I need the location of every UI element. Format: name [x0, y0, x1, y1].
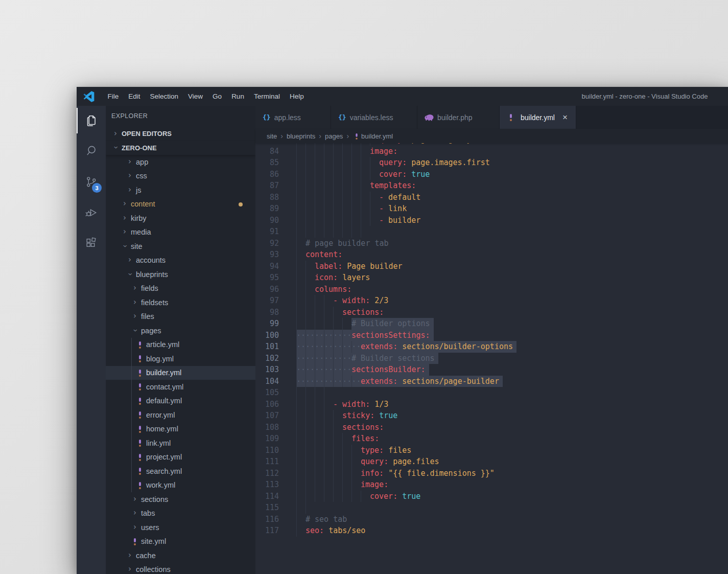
tree-item-work.yml[interactable]: work.yml: [106, 478, 255, 493]
code-line-108[interactable]: 108sections:: [255, 422, 728, 433]
tree-item-cache[interactable]: cache: [106, 548, 255, 563]
code-line-94[interactable]: 94label: Page builder: [255, 261, 728, 272]
tree-item-js[interactable]: js: [106, 183, 255, 197]
breadcrumb-item-pages[interactable]: pages: [325, 132, 343, 140]
menu-terminal[interactable]: Terminal: [249, 87, 285, 106]
code-line-114[interactable]: 114cover: true: [255, 491, 728, 502]
breadcrumb-item-builder.yml[interactable]: builder.yml: [361, 132, 393, 140]
breadcrumb-item-blueprints[interactable]: blueprints: [287, 132, 315, 140]
code-line-101[interactable]: 101··············extends: sections/build…: [255, 341, 728, 353]
code-line-115[interactable]: 115: [255, 502, 728, 514]
breadcrumb-item-site[interactable]: site: [267, 132, 277, 140]
code-line-107[interactable]: 107sticky: true: [255, 410, 728, 422]
tree-item-files[interactable]: files: [106, 310, 255, 324]
tree-item-accounts[interactable]: accounts: [106, 254, 255, 268]
tree-item-error.yml[interactable]: error.yml: [106, 408, 255, 422]
code-line-99[interactable]: 99# Builder options: [255, 318, 728, 330]
menu-run[interactable]: Run: [227, 87, 249, 106]
indent-guide: [306, 387, 306, 399]
code-line-116[interactable]: 116# seo tab: [255, 514, 728, 525]
menu-help[interactable]: Help: [285, 87, 309, 106]
tree-item-search.yml[interactable]: search.yml: [106, 464, 255, 478]
code-line-97[interactable]: 97- width: 2/3: [255, 295, 728, 307]
tree-item-label: fields: [141, 284, 158, 292]
code-line-112[interactable]: 112info: "{{ file.dimensions }}": [255, 468, 728, 479]
chevron-right-icon: [131, 509, 139, 517]
activity-run-and-debug[interactable]: [77, 197, 106, 227]
tree-item-article.yml[interactable]: article.yml: [106, 338, 255, 352]
code-line-93[interactable]: 93content:: [255, 249, 728, 261]
code-line-92[interactable]: 92# page builder tab: [255, 238, 728, 249]
code-line-117[interactable]: 117seo: tabs/seo: [255, 525, 728, 537]
code-line-90[interactable]: 90- builder: [255, 215, 728, 226]
tree-item-default.yml[interactable]: default.yml: [106, 394, 255, 408]
activity-source-control[interactable]: 3: [77, 166, 106, 197]
tree-item-contact.yml[interactable]: contact.yml: [106, 380, 255, 394]
tree-item-fieldsets[interactable]: fieldsets: [106, 295, 255, 310]
tree-item-tabs[interactable]: tabs: [106, 507, 255, 521]
code-line-113[interactable]: 113image:: [255, 479, 728, 491]
menu-view[interactable]: View: [183, 87, 208, 106]
activity-explorer[interactable]: [77, 106, 106, 135]
tree-item-users[interactable]: users: [106, 520, 255, 535]
tab-builder.php[interactable]: builder.php: [417, 106, 500, 129]
code-line-87[interactable]: 87templates:: [255, 180, 728, 192]
tree-item-collections[interactable]: collections: [106, 563, 255, 574]
code-line-96[interactable]: 96columns:: [255, 284, 728, 295]
menu-file[interactable]: File: [103, 87, 124, 106]
open-editors-section[interactable]: OPEN EDITORS: [106, 127, 255, 141]
tree-item-blueprints[interactable]: blueprints: [106, 267, 255, 282]
line-number: 94: [255, 261, 279, 272]
tree-item-media[interactable]: media: [106, 225, 255, 240]
code-line-102[interactable]: 102············# Builder sections: [255, 353, 728, 364]
tree-item-project.yml[interactable]: project.yml: [106, 450, 255, 465]
tab-builder.yml[interactable]: builder.yml×: [500, 106, 576, 129]
code-text: templates:: [370, 180, 416, 192]
workspace-root-section[interactable]: ZERO-ONE: [106, 141, 255, 155]
indent-guide: [315, 203, 315, 215]
code-line-98[interactable]: 98sections:: [255, 307, 728, 318]
tab-variables.less[interactable]: {}variables.less: [331, 106, 417, 129]
tree-item-site[interactable]: site: [106, 239, 255, 254]
indent-guide: [296, 387, 297, 399]
tree-item-app[interactable]: app: [106, 155, 255, 169]
tree-item-content[interactable]: content: [106, 197, 255, 212]
activity-extensions[interactable]: [77, 227, 106, 258]
code-line-95[interactable]: 95icon: layers: [255, 272, 728, 284]
tab-app.less[interactable]: {}app.less: [255, 106, 331, 129]
code-line-105[interactable]: 105: [255, 387, 728, 399]
tree-item-site.yml[interactable]: site.yml: [106, 535, 255, 549]
menu-go[interactable]: Go: [208, 87, 227, 106]
tree-item-pages[interactable]: pages: [106, 324, 255, 338]
code-line-103[interactable]: 103············sectionsBuilder:: [255, 364, 728, 376]
indent-guide: [324, 157, 324, 169]
code-line-89[interactable]: 89- link: [255, 203, 728, 215]
activity-search[interactable]: [77, 135, 106, 166]
tree-item-link.yml[interactable]: link.yml: [106, 436, 255, 450]
code-line-86[interactable]: 86cover: true: [255, 169, 728, 180]
close-tab-icon[interactable]: ×: [561, 113, 569, 122]
menu-edit[interactable]: Edit: [124, 87, 145, 106]
code-line-109[interactable]: 109files:: [255, 433, 728, 445]
code-line-111[interactable]: 111query: page.files: [255, 456, 728, 468]
chevron-right-icon: [131, 284, 139, 292]
code-editor[interactable]: 83query: page.images.y84image:85query: p…: [255, 143, 728, 574]
code-line-104[interactable]: 104··············extends: sections/page-…: [255, 376, 728, 387]
tree-item-kirby[interactable]: kirby: [106, 211, 255, 225]
tree-item-css[interactable]: css: [106, 169, 255, 183]
code-line-106[interactable]: 106- width: 1/3: [255, 399, 728, 410]
code-line-84[interactable]: 84image:: [255, 146, 728, 157]
code-line-110[interactable]: 110type: files: [255, 445, 728, 456]
code-line-85[interactable]: 85query: page.images.first: [255, 157, 728, 169]
code-line-88[interactable]: 88- default: [255, 192, 728, 203]
tree-item-sections[interactable]: sections: [106, 492, 255, 507]
menu-selection[interactable]: Selection: [145, 87, 183, 106]
tree-item-home.yml[interactable]: home.yml: [106, 422, 255, 437]
code-line-100[interactable]: 100············sectionsSettings:: [255, 330, 728, 341]
indent-guide: [361, 491, 361, 502]
tree-item-blog.yml[interactable]: blog.yml: [106, 352, 255, 366]
code-line-91[interactable]: 91: [255, 226, 728, 238]
tree-item-fields[interactable]: fields: [106, 282, 255, 296]
tree-item-builder.yml[interactable]: builder.yml: [106, 366, 255, 380]
chevron-right-icon: [126, 565, 134, 573]
